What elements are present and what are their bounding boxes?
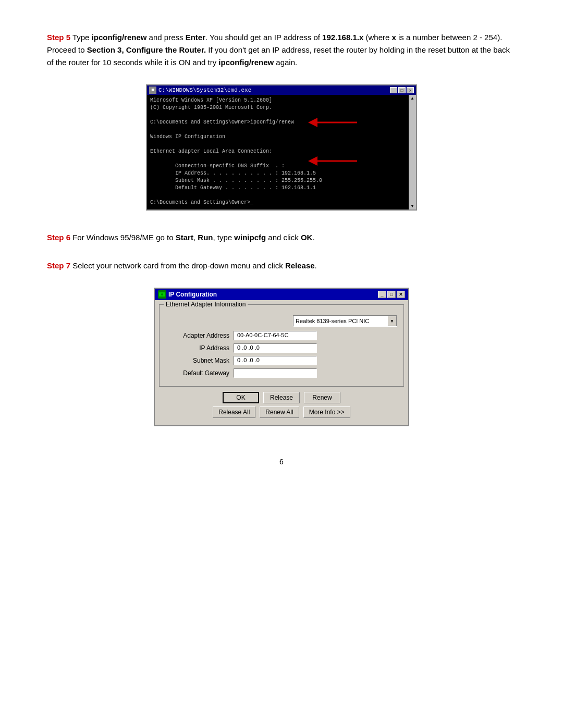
ip-minimize-btn[interactable]: _ [378,291,386,298]
step5-text4: (where [363,33,391,42]
cmd-window-wrapper: ■ C:\WINDOWS\System32\cmd.exe _ □ ✕ Micr… [146,84,417,211]
ip-restore-btn[interactable]: □ [387,291,396,298]
step7-bold1: Release [285,261,315,270]
step6-text3: , type [213,233,234,242]
step6-bold3: winipcfg [234,233,266,242]
cmd-title-text: C:\WINDOWS\System32\cmd.exe [158,87,251,93]
step6-paragraph: Step 6 For Windows 95/98/ME go to Start,… [47,231,516,244]
step7-text2: . [315,261,317,270]
ok-button[interactable]: OK [223,392,259,403]
step6-bold4: OK [301,233,313,242]
cmd-title-area: ■ C:\WINDOWS\System32\cmd.exe [149,87,251,94]
adapter-address-value: 00-A0-0C-C7-64-5C [234,331,317,340]
red-arrow-1 [308,117,360,128]
default-gateway-label: Default Gateway [166,369,234,377]
cmd-close-btn[interactable]: ✕ [407,87,414,93]
cmd-window: ■ C:\WINDOWS\System32\cmd.exe _ □ ✕ Micr… [146,84,417,211]
renew-all-button[interactable]: Renew All [260,406,299,418]
group-box-title: Ethernet Adapter Information [164,301,248,308]
step5-text1: Type [70,33,92,42]
step6-text1: For Windows 95/98/ME go to [70,233,176,242]
default-gateway-row: Default Gateway [166,368,397,378]
cmd-window-container: ■ C:\WINDOWS\System32\cmd.exe _ □ ✕ Micr… [47,84,516,211]
release-button[interactable]: Release [263,392,300,403]
adapter-dropdown-value: Realtek 8139-series PCI NIC [293,317,387,325]
step5-paragraph: Step 5 Type ipconfig/renew and press Ent… [47,31,516,69]
red-arrow-2 [308,155,360,167]
subnet-mask-row: Subnet Mask 0 .0 .0 .0 [166,356,397,365]
ip-title-text: IP Configuration [168,291,217,298]
step6-bold2: Run [198,233,213,242]
adapter-address-label: Adapter Address [166,332,234,339]
cmd-title-buttons: _ □ ✕ [390,87,414,93]
ip-address-label: IP Address [166,344,234,352]
cmd-scrollbar[interactable]: ▲ ▼ [409,95,416,209]
ip-title-buttons: _ □ ✕ [378,291,405,298]
scroll-down-arrow[interactable]: ▼ [410,204,414,208]
adapter-dropdown[interactable]: Realtek 8139-series PCI NIC ▼ [293,315,397,327]
svg-point-6 [161,293,163,295]
page-number: 6 [47,458,516,466]
ip-config-icon [158,290,166,299]
adapter-dropdown-row: Realtek 8139-series PCI NIC ▼ [166,315,397,327]
buttons-row-1: OK Release Renew [159,392,404,403]
cmd-maximize-btn[interactable]: □ [398,87,406,93]
dropdown-arrow-btn[interactable]: ▼ [387,316,397,326]
step6-text5: . [312,233,314,242]
ip-title-left: IP Configuration [158,290,217,299]
step6-bold1: Start [176,233,193,242]
renew-button[interactable]: Renew [304,392,340,403]
default-gateway-value [234,368,317,378]
step5-bold1: ipconfig/renew [92,33,147,42]
subnet-mask-value: 0 .0 .0 .0 [234,356,317,365]
ip-address-value: 0 .0 .0 .0 [234,343,317,353]
step5-bold3: 192.168.1.x [322,33,363,42]
step5-bold4: x [392,33,396,42]
release-all-button[interactable]: Release All [213,406,255,418]
step7-paragraph: Step 7 Select your network card from the… [47,260,516,272]
ethernet-group-box: Ethernet Adapter Information Realtek 813… [159,304,404,387]
cmd-text: Microsoft Windows XP [Version 5.1.2600] … [150,97,399,206]
ip-body: Ethernet Adapter Information Realtek 813… [155,300,408,425]
step7-label: Step 7 [47,261,70,270]
step7-text1: Select your network card from the drop-d… [70,261,285,270]
step5-label: Step 5 [47,33,70,42]
step5-text7: again. [274,58,297,67]
step5-bold6: ipconfig/renew [218,58,274,67]
step5-bold5: Section 3, Configure the Router. [87,45,206,54]
step6-label: Step 6 [47,233,70,242]
adapter-address-row: Adapter Address 00-A0-0C-C7-64-5C [166,331,397,340]
step5-text3: . You should get an IP address of [205,33,322,42]
step5-bold2: Enter [186,33,205,42]
cmd-icon: ■ [149,87,156,94]
scroll-up-arrow[interactable]: ▲ [410,96,414,101]
ip-close-btn[interactable]: ✕ [397,291,405,298]
cmd-content-area: Microsoft Windows XP [Version 5.1.2600] … [147,95,416,209]
cmd-titlebar: ■ C:\WINDOWS\System32\cmd.exe _ □ ✕ [147,85,416,95]
ip-config-window: IP Configuration _ □ ✕ Ethernet Adapter … [154,288,409,426]
more-info-button[interactable]: More Info >> [303,406,350,418]
buttons-row-2: Release All Renew All More Info >> [159,406,404,418]
ip-titlebar: IP Configuration _ □ ✕ [155,289,408,300]
step6-text4: and click [266,233,301,242]
ip-address-row: IP Address 0 .0 .0 .0 [166,343,397,353]
cmd-body: Microsoft Windows XP [Version 5.1.2600] … [147,95,409,209]
cmd-minimize-btn[interactable]: _ [390,87,397,93]
subnet-mask-label: Subnet Mask [166,357,234,364]
step5-text2: and press [146,33,185,42]
ip-config-container: IP Configuration _ □ ✕ Ethernet Adapter … [47,288,516,426]
